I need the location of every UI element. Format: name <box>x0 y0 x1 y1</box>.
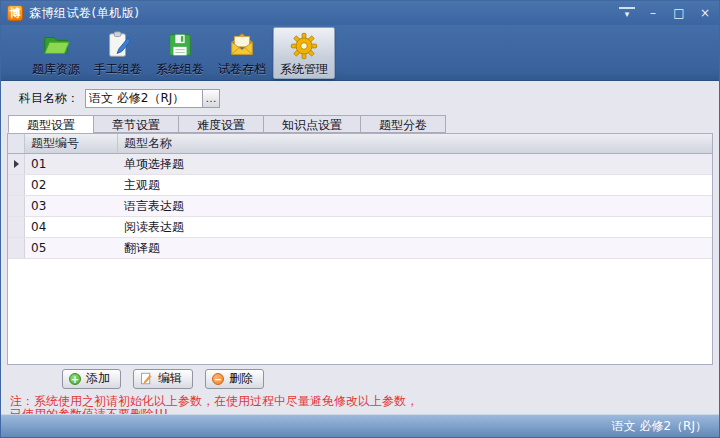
tab-question-type-setting[interactable]: 题型设置 <box>8 115 93 133</box>
tab-difficulty-setting[interactable]: 难度设置 <box>178 115 263 133</box>
table-header: 题型编号 题型名称 <box>8 134 712 154</box>
table-row[interactable]: 05 翻译题 <box>8 238 712 259</box>
row-gutter <box>8 154 25 174</box>
delete-icon: − <box>212 373 224 385</box>
cell-code: 02 <box>25 175 118 195</box>
cell-name: 单项选择题 <box>118 154 712 174</box>
toolbar-item-question-bank[interactable]: 题库资源 <box>25 27 87 79</box>
status-subject-text: 语文 必修2（RJ） <box>612 418 707 435</box>
tab-knowledge-point-setting[interactable]: 知识点设置 <box>263 115 360 133</box>
statusbar: 语文 必修2（RJ） <box>1 414 719 437</box>
app-window: 博 森博组试卷(单机版) ▾ – □ × 题库资源 <box>0 0 720 438</box>
floppy-disk-icon <box>164 29 196 61</box>
toolbar-item-label: 系统组卷 <box>156 61 204 78</box>
table-row[interactable]: 03 语言表达题 <box>8 196 712 217</box>
titlebar: 博 森博组试卷(单机版) ▾ – □ × <box>1 1 719 25</box>
cell-name: 主观题 <box>118 175 712 195</box>
toolbar-item-label: 手工组卷 <box>94 61 142 78</box>
warning-note: 注：系统使用之初请初始化以上参数，在使用过程中尽量避免修改以上参数， 已使用的参… <box>10 395 713 414</box>
button-label: 编辑 <box>158 370 182 387</box>
close-button[interactable]: × <box>697 6 713 20</box>
button-label: 添加 <box>86 370 110 387</box>
column-header-name[interactable]: 题型名称 <box>118 134 712 153</box>
add-button[interactable]: + 添加 <box>62 369 121 389</box>
subject-label: 科目名称： <box>19 90 79 107</box>
row-indicator-column-header <box>8 134 25 153</box>
toolbar-item-manual-assemble[interactable]: 手工组卷 <box>87 27 149 79</box>
row-gutter <box>8 217 25 237</box>
clipboard-pen-icon <box>102 29 134 61</box>
minimize-button[interactable]: – <box>645 6 661 20</box>
row-gutter <box>8 238 25 258</box>
folder-icon <box>40 29 72 61</box>
tab-chapter-setting[interactable]: 章节设置 <box>93 115 178 133</box>
browse-button[interactable]: … <box>203 89 220 108</box>
action-button-strip: + 添加 编辑 − 删除 <box>7 365 713 392</box>
table-empty-area <box>8 259 712 364</box>
row-gutter <box>8 196 25 216</box>
envelope-icon <box>226 29 258 61</box>
gear-icon <box>288 30 320 61</box>
toolbar-item-paper-archive[interactable]: 试卷存档 <box>211 27 273 79</box>
cell-code: 03 <box>25 196 118 216</box>
cell-name: 翻译题 <box>118 238 712 258</box>
main-toolbar: 题库资源 手工组卷 <box>1 25 719 81</box>
cell-name: 阅读表达题 <box>118 217 712 237</box>
subject-input[interactable] <box>85 89 203 108</box>
current-row-indicator-icon <box>14 160 19 168</box>
toolbar-item-label: 试卷存档 <box>218 61 266 78</box>
edit-icon <box>140 372 153 385</box>
table-row[interactable]: 01 单项选择题 <box>8 154 712 175</box>
window-title: 森博组试卷(单机版) <box>29 5 139 22</box>
column-header-code[interactable]: 题型编号 <box>25 134 118 153</box>
tab-question-type-split[interactable]: 题型分卷 <box>360 115 446 133</box>
subject-row: 科目名称： … <box>19 89 713 108</box>
app-logo-icon: 博 <box>7 5 23 21</box>
window-controls: ▾ – □ × <box>619 6 713 20</box>
add-icon: + <box>69 373 81 385</box>
edit-button[interactable]: 编辑 <box>133 369 193 389</box>
maximize-button[interactable]: □ <box>671 6 687 20</box>
row-gutter <box>8 175 25 195</box>
cell-name: 语言表达题 <box>118 196 712 216</box>
delete-button[interactable]: − 删除 <box>205 369 264 389</box>
toolbar-item-system-manage[interactable]: 系统管理 <box>273 27 335 79</box>
toolbar-item-system-assemble[interactable]: 系统组卷 <box>149 27 211 79</box>
table-row[interactable]: 04 阅读表达题 <box>8 217 712 238</box>
content-panel: 科目名称： … 题型设置 章节设置 难度设置 知识点设置 题型分卷 题型编号 题… <box>1 81 719 414</box>
cell-code: 05 <box>25 238 118 258</box>
toolbar-item-label: 题库资源 <box>32 61 80 78</box>
cell-code: 01 <box>25 154 118 174</box>
table-row[interactable]: 02 主观题 <box>8 175 712 196</box>
button-label: 删除 <box>229 370 253 387</box>
settings-tabs: 题型设置 章节设置 难度设置 知识点设置 题型分卷 <box>7 115 713 133</box>
toolbar-item-label: 系统管理 <box>280 61 328 78</box>
cell-code: 04 <box>25 217 118 237</box>
skin-menu-icon[interactable]: ▾ <box>619 7 635 19</box>
question-type-table: 题型编号 题型名称 01 单项选择题 02 主观题 03 语言表达题 <box>7 133 713 365</box>
